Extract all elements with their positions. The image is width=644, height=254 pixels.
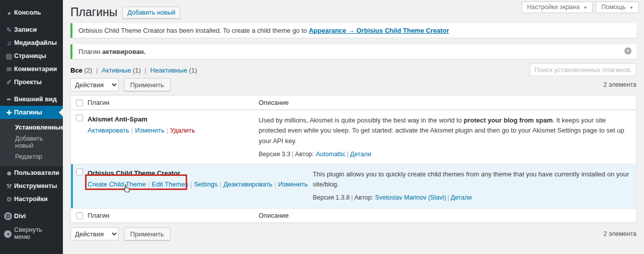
row-checkbox[interactable]	[76, 168, 83, 175]
page-title: Плагины	[70, 6, 117, 19]
screen-options-label: Настройки экрана	[527, 4, 580, 11]
screen-options-bar: Настройки экрана ▼ Помощь ▼	[522, 2, 639, 13]
filter-active[interactable]: Активные	[102, 67, 131, 74]
filter-inactive-count: (1)	[189, 67, 197, 74]
submenu-item-add-new[interactable]: Добавить новый	[0, 133, 63, 151]
sidebar-item-comments[interactable]: ✉ Комментарии	[0, 62, 63, 76]
select-all-checkbox[interactable]	[76, 212, 83, 219]
filter-active-count: (1)	[133, 67, 141, 74]
author-link[interactable]: Svetoslav Marinov (Slavi)	[375, 194, 446, 201]
sidebar-item-plugins[interactable]: ✚ Плагины	[0, 106, 63, 119]
separator: |	[145, 67, 146, 74]
sidebar-item-settings[interactable]: ⚙ Настройки	[0, 193, 63, 206]
settings-icon: ⚙	[4, 196, 14, 203]
submenu-item-editor[interactable]: Редактор	[0, 151, 63, 162]
separator: |	[220, 180, 221, 188]
settings-link[interactable]: Settings	[194, 180, 218, 188]
main-content: Настройки экрана ▼ Помощь ▼ Плагины Доба…	[63, 0, 644, 254]
table-footer-row: Плагин Описание	[71, 208, 636, 222]
separator: |	[96, 67, 98, 74]
dismiss-notice-icon[interactable]: ✕	[624, 47, 631, 54]
separator: |	[274, 180, 276, 188]
apply-button[interactable]: Применить	[124, 78, 171, 91]
sidebar-item-label: Divi	[14, 213, 26, 220]
separator: |	[447, 194, 449, 201]
sidebar-item-label: Пользователи	[14, 169, 59, 176]
chevron-down-icon: ▼	[629, 6, 633, 10]
apply-button[interactable]: Применить	[124, 227, 171, 240]
sidebar-item-dashboard[interactable]: ◕ Консоль	[0, 6, 63, 19]
notice-plugin-activated: Плагин активирован. ✕	[70, 44, 636, 59]
menu-separator	[0, 19, 63, 23]
table-row: Orbisius Child Theme Creator Create Chil…	[71, 164, 636, 208]
notice-text: Плагин	[78, 48, 102, 55]
sidebar-item-appearance[interactable]: ✒ Внешний вид	[0, 93, 63, 106]
separator: |	[347, 151, 349, 158]
sidebar-item-collapse-menu[interactable]: ◄ Свернуть меню	[0, 227, 63, 240]
plugin-action-links: Create Child Theme|Edit Themes|Settings|…	[88, 180, 307, 188]
wrench-icon: ⚒	[4, 182, 14, 190]
edit-link[interactable]: Изменить	[278, 180, 308, 188]
plugin-action-links: Активировать|Изменить|Удалить	[88, 126, 254, 134]
plugin-description: Used by millions, Akismet is quite possi…	[259, 115, 630, 146]
user-icon: ☻	[4, 169, 14, 177]
filter-all[interactable]: Все	[70, 67, 83, 74]
chevron-down-icon: ▼	[583, 6, 587, 10]
sidebar-item-projects[interactable]: ✐ Проекты	[0, 76, 63, 89]
bulk-action-select[interactable]: Действия	[70, 227, 119, 240]
search-plugins-input[interactable]	[530, 63, 636, 76]
sidebar-item-posts[interactable]: ✎ Записи	[0, 23, 63, 36]
help-button[interactable]: Помощь ▼	[596, 2, 639, 13]
screen-options-button[interactable]: Настройки экрана ▼	[522, 2, 593, 13]
add-new-plugin-button[interactable]: Добавить новый	[122, 7, 180, 19]
activate-link[interactable]: Активировать	[88, 126, 129, 134]
details-link[interactable]: Детали	[350, 151, 371, 158]
collapse-arrow-icon: ◄	[4, 229, 14, 238]
pushpin-icon: ✐	[4, 79, 14, 86]
plugin-name: Akismet Anti-Spam	[88, 115, 254, 123]
edit-themes-link[interactable]: Edit Themes	[151, 180, 188, 188]
item-count: 2 элемента	[603, 230, 636, 237]
delete-link[interactable]: Удалить	[170, 126, 195, 134]
column-header-description: Описание	[259, 96, 636, 109]
create-child-theme-link[interactable]: Create Child Theme	[88, 180, 146, 188]
divi-icon: D	[4, 212, 14, 220]
media-icon: ♫	[4, 39, 14, 47]
author-link[interactable]: Automattic	[316, 151, 346, 158]
pages-icon: ▤	[4, 52, 14, 60]
appearance-orbisius-link[interactable]: Appearance → Orbisius Child Theme Creato…	[309, 27, 449, 34]
plugins-table: Плагин Описание Akismet Anti-Spam Активи…	[70, 95, 636, 223]
submenu-item-installed[interactable]: Установленные	[0, 122, 63, 133]
table-header-row: Плагин Описание	[71, 96, 636, 110]
details-link[interactable]: Детали	[451, 194, 472, 201]
filter-row: Все (2) | Активные (1) | Неактивные (1)	[70, 67, 636, 75]
sidebar-item-divi[interactable]: D Divi	[0, 210, 63, 223]
sidebar-item-label: Инструменты	[14, 182, 57, 189]
sidebar-item-label: Медиафайлы	[14, 39, 57, 46]
bulk-action-select[interactable]: Действия	[70, 78, 119, 91]
sidebar-item-tools[interactable]: ⚒ Инструменты	[0, 179, 63, 193]
sidebar-item-label: Свернуть меню	[14, 226, 59, 240]
notice-plugin-installed: Orbisius Child Theme Creator has been in…	[70, 23, 636, 38]
sidebar-item-pages[interactable]: ▤ Страницы	[0, 49, 63, 62]
edit-link[interactable]: Изменить	[135, 126, 165, 134]
select-all-checkbox[interactable]	[76, 99, 83, 106]
sidebar-item-label: Настройки	[14, 196, 48, 203]
row-checkbox[interactable]	[76, 114, 83, 121]
deactivate-link[interactable]: Деактивировать	[223, 180, 272, 188]
filter-inactive[interactable]: Неактивные	[150, 67, 188, 74]
admin-sidebar: ◕ Консоль ✎ Записи ♫ Медиафайлы ▤ Страни…	[0, 0, 63, 254]
separator: |	[167, 126, 168, 134]
dashboard-icon: ◕	[4, 9, 14, 17]
column-header-plugin: Плагин	[88, 96, 259, 109]
bulk-actions-bottom: Действия Применить 2 элемента	[70, 227, 636, 242]
sidebar-item-users[interactable]: ☻ Пользователи	[0, 166, 63, 179]
separator: |	[292, 151, 293, 158]
plugin-meta: Версия 3.3|Автор: Automattic|Детали	[259, 151, 630, 158]
table-row: Akismet Anti-Spam Активировать|Изменить|…	[71, 110, 636, 163]
notice-text-bold: активирован.	[102, 48, 145, 55]
notice-text: Orbisius Child Theme Creator has been in…	[78, 27, 309, 34]
sidebar-item-label: Плагины	[14, 109, 42, 116]
sidebar-item-media[interactable]: ♫ Медиафайлы	[0, 36, 63, 49]
filter-all-count: (2)	[84, 67, 92, 74]
